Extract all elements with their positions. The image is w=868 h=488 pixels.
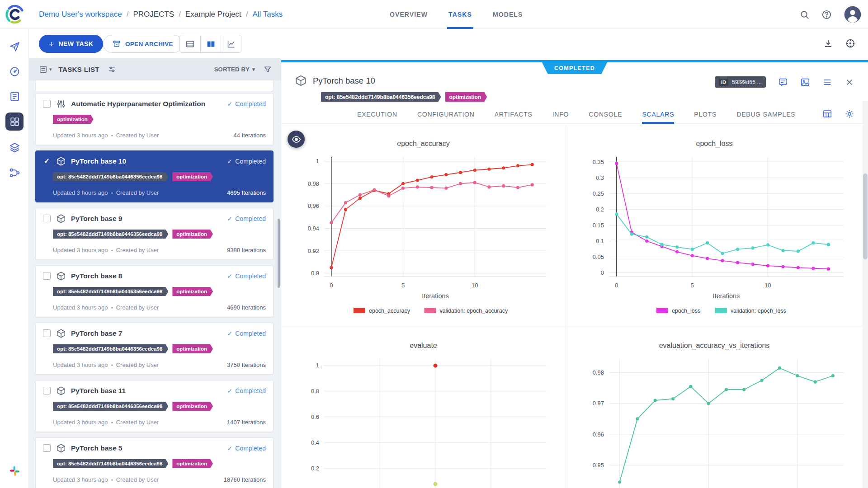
archive-icon [113,40,121,48]
clearml-logo-icon[interactable] [4,4,26,25]
task-status: ✓Completed [227,330,266,337]
tab-tasks[interactable]: TASKS [448,0,472,29]
task-title: PyTorch base 11 [71,387,126,395]
auto-refresh-icon[interactable] [845,38,856,49]
detail-scrollbar-thumb[interactable] [863,174,868,259]
task-status: ✓Completed [227,272,266,280]
task-iterations: 3750 Iterations [227,361,266,368]
tab-console[interactable]: CONSOLE [589,105,622,124]
task-checkbox[interactable]: ✓ [43,157,51,165]
check-icon: ✓ [227,387,233,394]
split-view-icon[interactable] [200,35,221,52]
task-card-partial[interactable] [35,80,274,91]
task-checkbox[interactable] [43,215,51,222]
menu-icon[interactable] [822,77,832,87]
task-checkbox[interactable] [43,387,51,394]
search-icon[interactable] [799,9,810,20]
tab-info[interactable]: INFO [552,105,569,124]
gear-icon[interactable] [844,109,854,119]
task-card-automatic-hyperparameter-optimization[interactable]: Automatic Hyperparameter Optimization ✓C… [35,93,274,145]
projects-icon[interactable] [5,113,24,131]
sorted-by-control[interactable]: SORTED BY ▾ [214,66,255,73]
check-icon: ✓ [227,100,233,108]
metrics-table-icon[interactable] [822,109,832,119]
comment-icon[interactable] [778,77,788,87]
detail-task-title: PyTorch base 10 [313,76,375,86]
breadcrumb-example-project: Example Project [185,10,241,19]
breadcrumb-all-tasks[interactable]: All Tasks [252,10,283,19]
close-icon[interactable] [844,77,854,87]
task-detail-panel: COMPLETED PyTorch base 10 opt: 85e5482dd… [281,58,868,488]
svg-text:Iterations: Iterations [713,292,740,300]
task-tags: opt: 85e5482ddd7149b8ba0446356eedca98opt… [53,344,217,353]
task-status: ✓Completed [227,158,266,165]
breadcrumb-demo-user-s-workspace[interactable]: Demo User's workspace [39,10,122,19]
task-card-pytorch-base-10[interactable]: ✓ PyTorch base 10 ✓Completed opt: 85e548… [35,150,274,202]
task-card-pytorch-base-5[interactable]: PyTorch base 5 ✓Completed opt: 85e5482dd… [35,437,274,488]
task-checkbox[interactable] [43,444,51,452]
status-ribbon: COMPLETED [542,62,607,74]
svg-text:0.96: 0.96 [308,202,319,209]
task-id-pill[interactable]: ID 59f99d65 ... [715,76,766,88]
new-task-label: NEW TASK [59,40,94,47]
tasks-list-scrollbar[interactable] [278,219,280,288]
bullet-icon: ● [111,191,113,194]
datasets-icon[interactable] [5,138,24,156]
tag-opt: opt: 85e5482ddd7149b8ba0446356eedca98 [321,92,441,102]
svg-text:1: 1 [316,362,319,369]
check-icon: ✓ [227,158,233,165]
tag-opt: opt: 85e5482ddd7149b8ba0446356eedca98 [53,344,168,353]
filter-icon[interactable] [263,65,272,74]
new-task-button[interactable]: + NEW TASK [39,35,103,53]
chart-evaluate[interactable]: evaluate0.20.40.60.81246 [281,326,566,488]
bullet-icon: ● [111,134,113,137]
tab-overview[interactable]: OVERVIEW [390,0,428,29]
task-checkbox[interactable] [43,329,51,337]
reports-icon[interactable] [5,87,24,105]
chart-evaluation-accuracy-vs-iterations[interactable]: evaluation_accuracy_vs_iterations0.950.9… [566,326,863,488]
breadcrumb: Demo User's workspace/PROJECTS/Example P… [39,0,283,29]
open-archive-button[interactable]: OPEN ARCHIVE [103,35,183,53]
tab-execution[interactable]: EXECUTION [357,105,397,124]
task-iterations: 44 Iterations [233,132,266,139]
task-card-pytorch-base-8[interactable]: PyTorch base 8 ✓Completed opt: 85e5482dd… [35,265,274,317]
tab-configuration[interactable]: CONFIGURATION [417,105,475,124]
tab-models[interactable]: MODELS [493,0,523,29]
tab-plots[interactable]: PLOTS [694,105,717,124]
tag-optimization: optimization [172,172,213,181]
user-avatar[interactable] [844,5,862,23]
pipelines-icon[interactable] [5,164,24,182]
task-card-pytorch-base-9[interactable]: PyTorch base 9 ✓Completed opt: 85e5482dd… [35,208,274,260]
task-card-pytorch-base-11[interactable]: PyTorch base 11 ✓Completed opt: 85e5482d… [35,380,274,432]
svg-text:0.3: 0.3 [596,174,604,181]
tab-scalars[interactable]: SCALARS [642,105,674,124]
svg-text:validation: epoch_loss: validation: epoch_loss [731,308,786,314]
bullet-icon: ● [111,306,113,309]
chart-epoch-accuracy[interactable]: epoch_accuracy0.90.920.940.960.9810510It… [281,124,566,326]
chart-view-icon[interactable] [221,35,241,52]
slack-icon[interactable] [5,462,24,480]
help-icon[interactable] [821,9,832,20]
top-header: Demo User's workspace/PROJECTS/Example P… [0,0,868,29]
svg-text:epoch_accuracy: epoch_accuracy [369,308,410,314]
svg-text:1: 1 [316,158,319,164]
getting-started-icon[interactable] [5,38,24,56]
check-icon: ✓ [227,215,233,222]
bullet-icon: ● [111,363,113,366]
column-settings-icon[interactable] [108,65,116,74]
detail-scrollbar-track[interactable] [863,101,868,488]
task-tags: opt: 85e5482ddd7149b8ba0446356eedca98opt… [53,230,217,239]
task-checkbox[interactable] [43,272,51,280]
image-icon[interactable] [800,77,810,87]
download-icon[interactable] [823,38,834,49]
dashboard-icon[interactable] [5,62,24,80]
chart-epoch-loss[interactable]: epoch_loss00.050.10.150.20.250.30.350510… [566,124,863,326]
table-view-icon[interactable] [180,35,200,52]
task-meta: Updated 3 hours ago●Created by User [53,132,159,139]
task-card-pytorch-base-7[interactable]: PyTorch base 7 ✓Completed opt: 85e5482dd… [35,323,274,375]
select-all-icon[interactable]: ▾ [39,65,52,74]
graph-visibility-eye-button[interactable] [288,131,305,148]
task-checkbox[interactable] [43,100,51,108]
tab-artifacts[interactable]: ARTIFACTS [495,105,533,124]
tab-debug-samples[interactable]: DEBUG SAMPLES [736,105,795,124]
